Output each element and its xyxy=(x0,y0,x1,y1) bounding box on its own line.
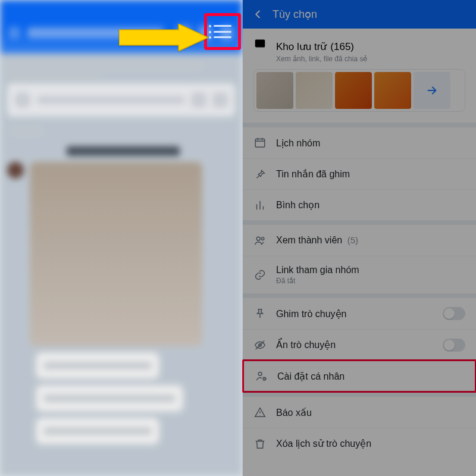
members-row[interactable]: Xem thành viên (5) xyxy=(243,225,476,256)
pin-chat-toggle[interactable] xyxy=(443,307,465,320)
list-icon[interactable] xyxy=(214,25,231,38)
pin-icon xyxy=(253,168,267,181)
pushpin-icon xyxy=(253,307,267,320)
report-label: Báo xấu xyxy=(276,407,465,418)
eye-off-icon xyxy=(253,339,267,352)
svg-point-4 xyxy=(256,237,260,240)
back-icon[interactable] xyxy=(251,8,264,21)
archive-row[interactable]: Kho lưu trữ (165) Xem ảnh, link, file đã… xyxy=(243,29,476,123)
archive-count: (165) xyxy=(330,41,354,53)
user-gear-icon xyxy=(255,369,268,383)
svg-point-2 xyxy=(258,42,259,44)
archive-thumb[interactable] xyxy=(374,72,411,109)
hide-chat-toggle[interactable] xyxy=(443,339,465,352)
archive-subtitle: Xem ảnh, link, file đã chia sẻ xyxy=(276,55,465,63)
chat-screen-blurred xyxy=(0,0,242,476)
pin-chat-label: Ghim trò chuyện xyxy=(276,308,433,320)
options-title: Tùy chọn xyxy=(273,8,317,21)
personal-settings-label: Cài đặt cá nhân xyxy=(277,371,464,382)
archive-thumb[interactable] xyxy=(335,72,372,109)
join-link-label: Link tham gia nhóm xyxy=(276,265,465,275)
polls-label: Bình chọn xyxy=(276,199,465,211)
pinned-messages-row[interactable]: Tin nhắn đã ghim xyxy=(243,158,476,189)
archive-title: Kho lưu trữ xyxy=(276,40,327,53)
hide-chat-row[interactable]: Ẩn trò chuyện xyxy=(243,329,476,360)
link-icon xyxy=(253,268,267,281)
trash-icon xyxy=(253,437,267,450)
calendar-row[interactable]: Lịch nhóm xyxy=(243,127,476,158)
members-label: Xem thành viên xyxy=(276,235,342,245)
archive-thumb[interactable] xyxy=(296,72,333,109)
svg-point-5 xyxy=(261,237,264,240)
svg-point-7 xyxy=(258,372,262,375)
image-icon xyxy=(253,37,267,50)
members-icon xyxy=(253,234,267,247)
pinned-messages-label: Tin nhắn đã ghim xyxy=(276,168,465,180)
archive-thumb[interactable] xyxy=(256,72,293,109)
report-row[interactable]: Báo xấu xyxy=(243,397,476,428)
hide-chat-label: Ẩn trò chuyện xyxy=(276,339,433,350)
delete-history-label: Xóa lịch sử trò chuyện xyxy=(276,438,465,449)
calendar-label: Lịch nhóm xyxy=(276,137,465,149)
warning-icon xyxy=(253,406,267,419)
join-link-row[interactable]: Link tham gia nhóm Đã tắt xyxy=(243,256,476,293)
delete-history-row[interactable]: Xóa lịch sử trò chuyện xyxy=(243,428,476,459)
svg-rect-3 xyxy=(255,139,265,148)
join-link-sub: Đã tắt xyxy=(276,277,465,285)
options-header: Tùy chọn xyxy=(243,0,476,29)
polls-row[interactable]: Bình chọn xyxy=(243,189,476,220)
personal-settings-row[interactable]: Cài đặt cá nhân xyxy=(242,359,476,393)
poll-icon xyxy=(253,199,267,212)
archive-more-button[interactable] xyxy=(414,72,450,109)
calendar-icon xyxy=(253,136,267,149)
members-count: (5) xyxy=(347,235,358,245)
archive-thumbnails[interactable] xyxy=(253,69,465,112)
pin-chat-row[interactable]: Ghim trò chuyện xyxy=(243,298,476,329)
svg-point-8 xyxy=(264,378,266,380)
